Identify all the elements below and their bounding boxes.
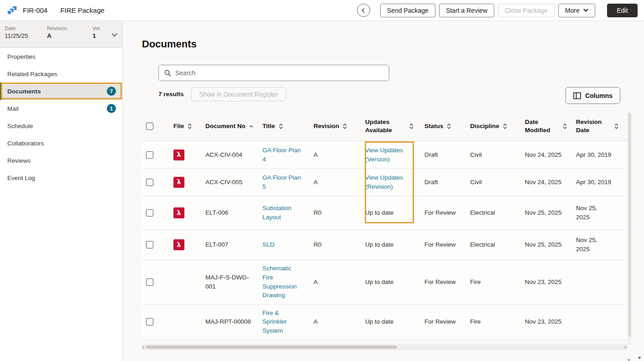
scroll-right-arrow[interactable] [625, 346, 627, 349]
column-header-document-no[interactable]: Document No [205, 122, 262, 130]
column-header-file[interactable]: File [173, 122, 205, 130]
table-row[interactable]: λ ACX-CIV-004 GA Floor Plan 4 A View Upd… [141, 141, 628, 169]
sidebar-item-documents[interactable]: Documents 7 [0, 83, 122, 100]
updates-status-text: Up to date [365, 240, 393, 249]
pdf-file-icon[interactable]: λ [173, 207, 184, 218]
row-checkbox[interactable] [146, 241, 153, 248]
sidebar-item-label: Properties [7, 53, 36, 60]
document-title-link[interactable]: GA Floor Plan 5 [262, 173, 303, 191]
pdf-file-icon[interactable]: λ [173, 150, 184, 160]
document-title-link[interactable]: Fire & Sprinkler System [262, 309, 303, 335]
view-updates-link[interactable]: View Updates (Version) [365, 146, 414, 164]
table-row[interactable]: λ ACX-CIV-005 GA Floor Plan 5 A View Upd… [141, 169, 628, 196]
table-row[interactable]: MAJ-F-S-DWG-001 Schematic Fire Suppressi… [141, 260, 628, 304]
column-header-date-modified[interactable]: Date Modified [525, 118, 576, 134]
sort-ascending-icon[interactable] [249, 123, 253, 130]
date-modified-cell: Nov 23, 2025 [525, 278, 576, 287]
row-checkbox[interactable] [146, 179, 153, 186]
sidebar-item-schedule[interactable]: Schedule [0, 117, 122, 134]
sort-icon[interactable] [188, 123, 192, 130]
column-header-status[interactable]: Status [424, 122, 470, 130]
sort-icon[interactable] [563, 123, 567, 130]
document-title-link[interactable]: GA Floor Plan 4 [262, 146, 303, 164]
discipline-cell: Electrical [470, 240, 525, 249]
search-input[interactable] [175, 65, 389, 81]
sidebar-item-collaborators[interactable]: Collaborators [0, 134, 122, 152]
search-box[interactable] [158, 65, 389, 81]
status-cell: For Review [424, 278, 470, 287]
sort-icon[interactable] [503, 123, 507, 130]
sort-icon[interactable] [279, 123, 283, 130]
row-checkbox[interactable] [146, 278, 153, 286]
document-no-cell: ELT-006 [205, 208, 262, 217]
sidebar-item-mail[interactable]: Mail 1 [0, 100, 122, 117]
table-row[interactable]: MAJ-RPT-00008 Fire & Sprinkler System A … [141, 304, 628, 340]
back-button[interactable] [357, 4, 370, 17]
sort-icon[interactable] [343, 123, 347, 130]
column-header-revision-date[interactable]: Revision Date [576, 118, 628, 134]
sort-icon[interactable] [614, 123, 618, 130]
revision-cell: R0 [314, 240, 365, 249]
columns-button[interactable]: Columns [565, 87, 620, 104]
document-title-link[interactable]: Substation Layout [262, 204, 303, 222]
sort-icon[interactable] [447, 123, 451, 130]
package-brand: FIR-004 FIRE Package [6, 5, 105, 16]
documents-count-badge: 7 [107, 87, 116, 96]
document-title-link[interactable]: SLD [262, 240, 274, 249]
meta-revision-value: A [47, 32, 93, 39]
start-review-button[interactable]: Start a Review [439, 4, 494, 17]
column-header-revision[interactable]: Revision [314, 122, 365, 130]
close-package-button[interactable]: Close Package [498, 4, 555, 17]
horizontal-scrollbar[interactable] [141, 344, 628, 350]
meta-ver: Ver 1 [93, 26, 110, 39]
meta-date-label: Date [5, 26, 47, 31]
document-no-cell: MAJ-RPT-00008 [205, 317, 262, 326]
send-package-button[interactable]: Send Package [380, 4, 435, 17]
date-modified-cell: Nov 23, 2025 [525, 317, 576, 326]
package-id: FIR-004 [23, 6, 47, 14]
table-row[interactable]: λ ELT-006 Substation Layout R0 Up to dat… [141, 196, 628, 230]
status-cell: Draft [424, 178, 470, 187]
main-content: Documents 7 results Show in Document Reg… [123, 21, 644, 361]
horizontal-scrollbar-thumb[interactable] [146, 346, 397, 349]
table-row[interactable]: λ ELT-007 SLD R0 Up to date For Review E… [141, 230, 628, 260]
sidebar-item-related-packages[interactable]: Related Packages [0, 65, 122, 83]
date-modified-cell: Nov 24, 2025 [525, 150, 576, 160]
revision-date-cell: Nov 25, 2025 [576, 236, 628, 253]
row-checkbox[interactable] [146, 318, 153, 325]
scroll-left-arrow[interactable] [142, 346, 144, 349]
pdf-file-icon[interactable]: λ [173, 177, 184, 188]
sort-icon[interactable] [409, 123, 414, 130]
select-all-checkbox[interactable] [146, 123, 153, 130]
sidebar-item-properties[interactable]: Properties [0, 48, 122, 65]
chevron-left-icon [360, 7, 367, 14]
more-button[interactable]: More [558, 4, 595, 17]
discipline-cell: Civil [470, 178, 525, 187]
date-modified-cell: Nov 24, 2025 [525, 178, 576, 187]
sidebar-item-reviews[interactable]: Reviews [0, 152, 122, 169]
sidebar-item-label: Related Packages [7, 71, 58, 77]
meta-revision-label: Revision [47, 26, 93, 31]
document-no-cell: ACX-CIV-005 [205, 178, 262, 187]
row-checkbox[interactable] [146, 209, 153, 217]
pdf-file-icon[interactable]: λ [173, 239, 184, 250]
show-in-document-register-button[interactable]: Show in Document Register [191, 87, 286, 101]
vertical-scrollbar[interactable] [628, 112, 631, 344]
column-header-discipline[interactable]: Discipline [470, 122, 525, 130]
edit-button[interactable]: Edit [607, 4, 638, 17]
revision-cell: A [314, 278, 365, 287]
meta-expand-toggle[interactable] [111, 32, 118, 39]
discipline-cell: Fire [470, 317, 525, 326]
view-updates-link[interactable]: View Updates (Revision) [365, 173, 414, 191]
table-header-row: File Document No Title Re [141, 112, 628, 141]
columns-button-label: Columns [585, 92, 613, 99]
scroll-down-arrow[interactable] [627, 359, 631, 361]
meta-ver-value: 1 [93, 32, 110, 39]
document-title-link[interactable]: Schematic Fire Suppression Drawing [262, 264, 303, 299]
row-checkbox[interactable] [146, 151, 153, 159]
column-header-title[interactable]: Title [262, 122, 314, 130]
vertical-scrollbar-thumb[interactable] [628, 113, 631, 337]
sidebar-item-label: Documents [7, 88, 41, 95]
sidebar-item-event-log[interactable]: Event Log [0, 169, 122, 186]
column-header-updates-available[interactable]: Updates Available [365, 118, 424, 134]
